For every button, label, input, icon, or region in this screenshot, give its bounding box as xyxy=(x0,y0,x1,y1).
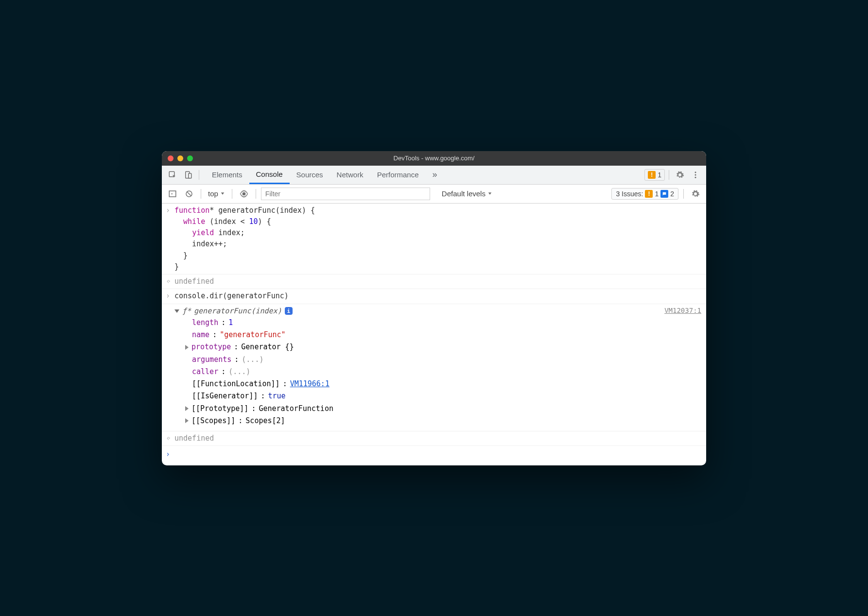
console-input-row[interactable]: console.dir(generatorFunc) xyxy=(162,289,706,304)
log-levels-label: Default levels xyxy=(442,189,486,198)
warnings-chip[interactable]: ! 1 xyxy=(644,169,665,181)
prop-key: [[Scopes]] xyxy=(191,415,235,427)
property-row[interactable]: length: 1 xyxy=(192,317,701,329)
prop-value: Scopes[2] xyxy=(245,415,285,427)
tab-performance[interactable]: Performance xyxy=(370,166,426,184)
prop-value: GeneratorFunction xyxy=(259,403,333,414)
console-output: function* generatorFunc(index) { while (… xyxy=(162,204,706,465)
console-output-row: undefined xyxy=(162,274,706,289)
warning-count: 1 xyxy=(658,171,661,179)
divider xyxy=(199,170,199,180)
warning-icon: ! xyxy=(648,171,656,179)
prop-key: [[Prototype]] xyxy=(191,403,248,414)
devtools-window: DevTools - www.google.com/ Elements Cons… xyxy=(162,151,706,465)
input-marker-icon xyxy=(166,291,174,302)
info-icon[interactable]: i xyxy=(285,307,293,315)
property-row[interactable]: caller: (...) xyxy=(192,366,701,378)
divider xyxy=(232,189,232,199)
code-block: function* generatorFunc(index) { while (… xyxy=(174,205,701,273)
property-row[interactable]: [[Prototype]]: GeneratorFunction xyxy=(192,403,701,415)
output-marker-icon xyxy=(166,276,174,287)
property-row[interactable]: name: "generatorFunc" xyxy=(192,329,701,341)
return-value: undefined xyxy=(174,276,701,287)
tabs-overflow-button[interactable]: » xyxy=(426,166,444,184)
property-row[interactable]: [[IsGenerator]]: true xyxy=(192,390,701,402)
message-icon xyxy=(660,190,668,198)
source-link[interactable]: VM11966:1 xyxy=(290,378,330,390)
return-value: undefined xyxy=(174,433,701,444)
input-marker-icon xyxy=(166,205,174,273)
prop-value: (...) xyxy=(242,354,263,365)
filter-input[interactable] xyxy=(261,188,430,200)
gear-icon[interactable] xyxy=(673,168,687,182)
chevron-down-icon xyxy=(221,192,225,195)
prop-key: [[FunctionLocation]] xyxy=(192,378,280,390)
expand-toggle-icon[interactable] xyxy=(174,309,179,313)
inspect-element-icon[interactable] xyxy=(166,168,179,182)
clear-console-icon[interactable] xyxy=(182,187,196,201)
property-row[interactable]: arguments: (...) xyxy=(192,354,701,366)
svg-point-3 xyxy=(695,171,696,173)
svg-point-8 xyxy=(243,192,246,195)
window-title: DevTools - www.google.com/ xyxy=(162,154,706,162)
console-settings-gear-icon[interactable] xyxy=(689,187,702,201)
titlebar: DevTools - www.google.com/ xyxy=(162,151,706,166)
console-toolbar: top Default levels 3 Issues: ! 1 2 xyxy=(162,185,706,204)
expand-toggle-icon[interactable] xyxy=(185,406,189,411)
output-marker-icon xyxy=(166,433,174,444)
tab-list: Elements Console Sources Network Perform… xyxy=(205,166,444,184)
live-expression-icon[interactable] xyxy=(237,187,251,201)
console-sidebar-toggle-icon[interactable] xyxy=(166,187,179,201)
svg-point-5 xyxy=(695,176,696,178)
divider xyxy=(256,189,256,199)
fn-prefix: ƒ* xyxy=(182,306,191,317)
svg-point-4 xyxy=(695,174,696,175)
prop-key: caller xyxy=(192,366,218,377)
kebab-menu-icon[interactable] xyxy=(689,168,702,182)
prop-key: length xyxy=(192,317,218,328)
prop-key: name xyxy=(192,329,209,341)
issues-warn-count: 1 xyxy=(655,190,659,198)
warning-icon: ! xyxy=(645,190,653,198)
tab-console[interactable]: Console xyxy=(249,166,290,184)
tab-elements[interactable]: Elements xyxy=(205,166,249,184)
prop-key: prototype xyxy=(191,342,231,353)
issues-msg-count: 2 xyxy=(670,190,674,198)
svg-rect-2 xyxy=(189,173,191,178)
prompt-marker-icon xyxy=(166,449,174,460)
gutter-spacer xyxy=(166,306,174,428)
code-line: console.dir(generatorFunc) xyxy=(174,291,701,302)
prompt-input[interactable] xyxy=(174,449,701,460)
context-selector[interactable]: top xyxy=(206,189,227,198)
issues-chip[interactable]: 3 Issues: ! 1 2 xyxy=(611,188,678,200)
device-toolbar-icon[interactable] xyxy=(181,168,195,182)
prop-key: [[IsGenerator]] xyxy=(192,391,258,402)
source-link[interactable]: VM12037:1 xyxy=(664,306,701,316)
divider xyxy=(201,189,201,199)
object-properties: length: 1 name: "generatorFunc" prototyp… xyxy=(174,317,701,427)
chevron-down-icon xyxy=(488,192,492,195)
prop-value: true xyxy=(268,391,286,402)
prop-value: 1 xyxy=(228,317,233,328)
main-tab-bar: Elements Console Sources Network Perform… xyxy=(162,166,706,185)
tab-network[interactable]: Network xyxy=(330,166,370,184)
prop-value: (...) xyxy=(228,366,250,377)
property-row[interactable]: prototype: Generator {} xyxy=(192,341,701,353)
divider xyxy=(669,170,669,180)
console-output-row: undefined xyxy=(162,431,706,446)
expand-toggle-icon[interactable] xyxy=(185,418,189,423)
console-dir-row: ƒ* generatorFunc(index) i VM12037:1 leng… xyxy=(162,304,706,432)
property-row[interactable]: [[FunctionLocation]]: VM11966:1 xyxy=(192,378,701,390)
prop-value: Generator {} xyxy=(241,342,294,353)
expand-toggle-icon[interactable] xyxy=(185,345,189,350)
prop-key: arguments xyxy=(192,354,231,365)
console-input-row[interactable]: function* generatorFunc(index) { while (… xyxy=(162,204,706,275)
log-levels-selector[interactable]: Default levels xyxy=(440,189,494,198)
divider xyxy=(683,189,684,199)
context-label: top xyxy=(208,189,218,198)
console-prompt-row[interactable] xyxy=(162,446,706,465)
property-row[interactable]: [[Scopes]]: Scopes[2] xyxy=(192,415,701,427)
object-header[interactable]: ƒ* generatorFunc(index) i xyxy=(174,306,664,317)
fn-signature: generatorFunc(index) xyxy=(194,306,282,317)
tab-sources[interactable]: Sources xyxy=(290,166,330,184)
